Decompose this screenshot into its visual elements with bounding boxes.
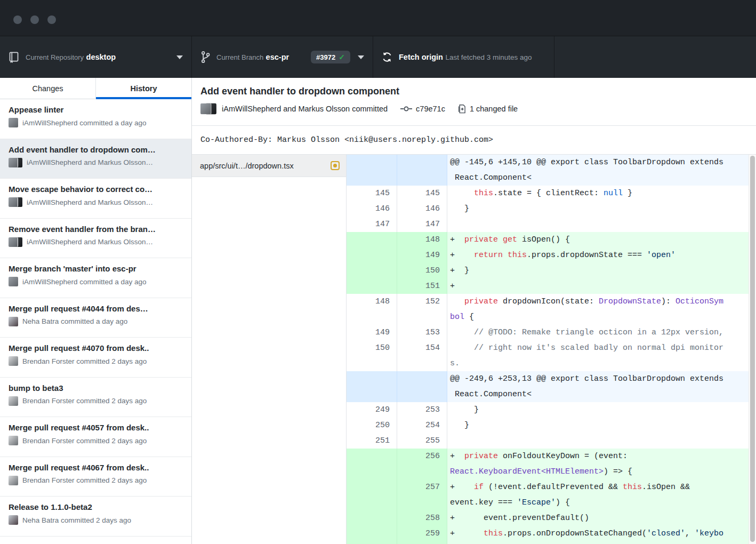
diff-row: 150 + } bbox=[347, 263, 749, 278]
diff-code-line: + private get isOpen() { bbox=[447, 232, 749, 247]
diff-row: 259 + this.props.onDropdownStateChanged(… bbox=[347, 526, 749, 544]
commit-item-title: Merge pull request #4067 from desk.. bbox=[9, 463, 183, 472]
branch-picker[interactable]: Current Branch esc-pr #3972 ✓ bbox=[192, 36, 373, 78]
changed-files-count: 1 changed file bbox=[470, 105, 518, 113]
author-avatar bbox=[9, 436, 18, 445]
commit-item-title: Appease linter bbox=[9, 105, 183, 114]
diff-row: 250 254 } bbox=[347, 418, 749, 433]
sync-icon bbox=[382, 52, 392, 62]
diff-row: 151 + bbox=[347, 278, 749, 294]
commit-item-meta: Brendan Forster committed 2 days ago bbox=[9, 356, 183, 366]
commit-item-meta: Brendan Forster committed 2 days ago bbox=[9, 396, 183, 406]
diff-row: 150 154 // right now it's scaled badly o… bbox=[347, 340, 749, 371]
titlebar bbox=[0, 0, 756, 36]
commit-list-item[interactable]: Move escape behavior to correct co… iAmW… bbox=[0, 179, 191, 219]
old-line-number: 146 bbox=[347, 201, 397, 217]
ci-success-check-icon: ✓ bbox=[339, 53, 345, 61]
diff-scrollbar[interactable] bbox=[749, 155, 756, 544]
author-avatar bbox=[9, 515, 18, 525]
commit-list-item[interactable]: Merge pull request #4070 from desk.. Bre… bbox=[0, 338, 191, 378]
pull-request-number: #3972 bbox=[316, 53, 335, 61]
old-line-number bbox=[347, 371, 397, 402]
author-avatar bbox=[9, 356, 18, 366]
repository-name: desktop bbox=[86, 53, 116, 61]
repository-picker[interactable]: Current Repository desktop bbox=[0, 36, 192, 78]
old-line-number: 251 bbox=[347, 433, 397, 449]
changes-history-tabs: Changes History bbox=[0, 78, 191, 99]
commit-list-item[interactable]: Appease linter iAmWillShepherd committed… bbox=[0, 99, 191, 139]
author-avatar bbox=[9, 277, 18, 286]
old-line-number bbox=[347, 510, 397, 526]
new-line-number bbox=[397, 155, 447, 186]
old-line-number: 149 bbox=[347, 325, 397, 340]
diff-scrollbar-thumb[interactable] bbox=[750, 156, 755, 542]
commit-list-item[interactable]: Merge pull request #4057 from desk.. Bre… bbox=[0, 417, 191, 457]
old-line-number: 150 bbox=[347, 340, 397, 371]
old-line-number: 148 bbox=[347, 294, 397, 325]
commit-item-meta: Brendan Forster committed 2 days ago bbox=[9, 436, 183, 445]
diff-code-line: + private onFoldoutKeyDown = (event: Rea… bbox=[447, 449, 749, 479]
new-line-number: 148 bbox=[397, 232, 447, 247]
last-fetched-text: Last fetched 3 minutes ago bbox=[445, 53, 532, 61]
old-line-number bbox=[347, 479, 397, 510]
commit-list-item[interactable]: Remove event handler from the bran… iAmW… bbox=[0, 219, 191, 259]
tab-history[interactable]: History bbox=[95, 78, 191, 99]
commit-list-item[interactable]: Merge pull request #4059 from des… Neha … bbox=[0, 537, 191, 544]
tab-changes[interactable]: Changes bbox=[0, 78, 95, 99]
diff-row: 149 153 // @TODO: Remake triangle octico… bbox=[347, 325, 749, 340]
close-window-button[interactable] bbox=[13, 15, 22, 24]
commit-item-meta: iAmWillShepherd committed a day ago bbox=[9, 118, 183, 127]
commit-list-item[interactable]: Merge pull request #4067 from desk.. Bre… bbox=[0, 457, 191, 497]
modified-status-icon bbox=[331, 161, 340, 170]
changed-files-panel: app/src/ui/t…/dropdown.tsx bbox=[192, 155, 347, 544]
old-line-number bbox=[347, 278, 397, 294]
commit-list-item[interactable]: Add event handler to dropdown com… iAmWi… bbox=[0, 139, 191, 179]
commit-list-item[interactable]: Merge branch 'master' into esc-pr iAmWil… bbox=[0, 258, 191, 298]
old-line-number bbox=[347, 247, 397, 263]
author-avatar bbox=[9, 476, 18, 485]
diff-row: 148 + private get isOpen() { bbox=[347, 232, 749, 247]
diff-code-line: + this.props.onDropdownStateChanged('clo… bbox=[447, 526, 749, 544]
old-line-number bbox=[347, 449, 397, 479]
commit-item-meta: iAmWillShepherd and Markus Olsson… bbox=[9, 237, 183, 247]
zoom-window-button[interactable] bbox=[47, 15, 56, 24]
diff-code-line: @@ -249,6 +253,13 @@ export class Toolba… bbox=[447, 371, 749, 402]
author-avatar bbox=[9, 197, 22, 207]
diff-code-line: + return this.props.dropdownState === 'o… bbox=[447, 247, 749, 263]
git-commit-icon bbox=[400, 105, 412, 113]
fetch-origin-button[interactable]: Fetch origin Last fetched 3 minutes ago bbox=[373, 36, 554, 78]
new-line-number: 257 bbox=[397, 479, 447, 510]
commit-item-title: Remove event handler from the bran… bbox=[9, 225, 183, 234]
new-line-number: 154 bbox=[397, 340, 447, 371]
diff-code-line bbox=[447, 433, 749, 449]
diff-row: 149 + return this.props.dropdownState ==… bbox=[347, 247, 749, 263]
diff-row: 256 + private onFoldoutKeyDown = (event:… bbox=[347, 449, 749, 479]
commit-list-item[interactable]: Merge pull request #4044 from des… Neha … bbox=[0, 298, 191, 338]
commit-list-item[interactable]: Release to 1.1.0-beta2 Neha Batra commit… bbox=[0, 497, 191, 537]
minimize-window-button[interactable] bbox=[30, 15, 39, 24]
diff-row: 148 152 private dropdownIcon(state: Drop… bbox=[347, 294, 749, 325]
chevron-down-icon bbox=[358, 55, 364, 59]
diff-content: @@ -145,6 +145,10 @@ export class Toolba… bbox=[347, 155, 749, 544]
file-row[interactable]: app/src/ui/t…/dropdown.tsx bbox=[192, 155, 346, 177]
new-line-number: 153 bbox=[397, 325, 447, 340]
commit-list-item[interactable]: bump to beta3 Brendan Forster committed … bbox=[0, 378, 191, 418]
commit-authors-text: iAmWillShepherd and Markus Olsson commit… bbox=[222, 105, 388, 113]
diff-code-line: + } bbox=[447, 263, 749, 278]
diff-row: 146 146 } bbox=[347, 201, 749, 217]
pull-request-badge[interactable]: #3972 ✓ bbox=[311, 51, 350, 63]
branch-picker-label: Current Branch bbox=[216, 53, 263, 61]
commit-list: Appease linter iAmWillShepherd committed… bbox=[0, 99, 191, 544]
diff-code-line: @@ -145,6 +145,10 @@ export class Toolba… bbox=[447, 155, 749, 186]
new-line-number: 253 bbox=[397, 402, 447, 418]
diff-code-line: + if (!event.defaultPrevented && this.is… bbox=[447, 479, 749, 510]
new-line-number: 255 bbox=[397, 433, 447, 449]
commit-sha: c79e71c bbox=[416, 105, 445, 113]
diff-row: 258 + event.preventDefault() bbox=[347, 510, 749, 526]
commit-item-meta: Neha Batra committed a day ago bbox=[9, 317, 183, 326]
commit-item-title: Merge pull request #4044 from des… bbox=[9, 304, 183, 313]
commit-item-title: bump to beta3 bbox=[9, 383, 183, 393]
commit-item-title: Merge pull request #4070 from desk.. bbox=[9, 343, 183, 353]
commit-authors-avatar bbox=[200, 103, 216, 115]
diff-code-line: } bbox=[447, 402, 749, 418]
